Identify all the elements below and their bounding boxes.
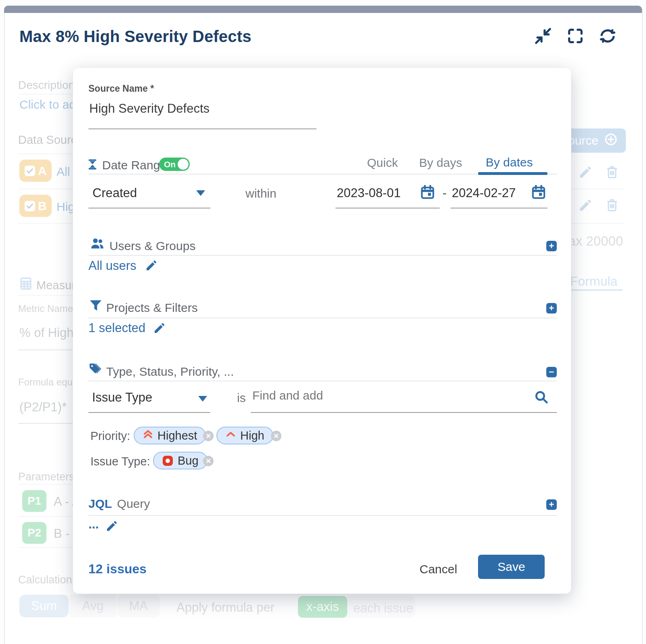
edit-pencil-icon[interactable] <box>153 322 166 336</box>
formula-label: Formula equa <box>18 377 78 388</box>
filter-chip-bug[interactable]: Bug <box>153 452 208 469</box>
issues-count[interactable]: 12 issues <box>88 562 147 577</box>
app-screen: Max 8% High Severity Defects Description… <box>0 0 646 644</box>
data-source-edit-modal: Source Name * Date Range On Quick By day… <box>73 67 571 594</box>
priority-high-icon <box>225 429 236 442</box>
calc-option-ma[interactable]: MA <box>117 595 160 617</box>
toggle-knob <box>178 159 189 170</box>
date-field-select[interactable]: Created <box>92 186 137 200</box>
date-separator: - <box>443 186 447 200</box>
date-from-value[interactable]: 2023-08-01 <box>337 186 401 200</box>
checkbox-checked-icon[interactable] <box>25 166 35 176</box>
within-label: within <box>245 187 277 200</box>
remove-chip-icon[interactable]: ✕ <box>271 431 281 441</box>
users-groups-value[interactable]: All users <box>88 259 136 273</box>
toggle-state-label: On <box>164 160 176 169</box>
formula-value[interactable]: (P2/P1)* <box>19 400 67 415</box>
date-range-label: Date Range <box>102 158 167 172</box>
priority-highest-icon <box>143 429 153 442</box>
calendar-icon[interactable] <box>419 184 436 202</box>
operator-label: is <box>237 391 246 405</box>
parameters-label: Parameters <box>18 471 75 483</box>
users-groups-label: Users & Groups <box>109 239 195 253</box>
date-to-value[interactable]: 2024-02-27 <box>452 186 516 200</box>
calendar-icon[interactable] <box>531 184 547 202</box>
parameter-chip-p2: P2 <box>22 522 46 544</box>
calc-option-avg[interactable]: Avg <box>69 595 116 617</box>
tab-quick[interactable]: Quick <box>367 156 398 170</box>
calculator-icon <box>19 276 33 293</box>
hourglass-icon <box>86 157 99 174</box>
users-groups-add-button[interactable]: + <box>546 241 557 251</box>
active-tab-underline <box>478 172 547 175</box>
edit-pencil-icon[interactable] <box>145 259 158 274</box>
users-groups-icon <box>89 236 105 253</box>
filter-chip-high[interactable]: High <box>216 427 273 444</box>
source-name-label: Source Name * <box>88 83 154 94</box>
chip-label: High <box>240 429 264 442</box>
jql-value[interactable]: ... <box>88 517 99 532</box>
filter-funnel-icon <box>88 298 103 314</box>
apply-option-each-issue[interactable]: each issue <box>353 601 413 616</box>
projects-filters-add-button[interactable]: + <box>546 303 557 314</box>
metric-name-label: Metric Name <box>18 303 73 314</box>
issue-field-select[interactable]: Issue Type <box>92 390 152 405</box>
filter-row-label: Priority: <box>90 429 130 443</box>
source-letter: B <box>38 199 47 213</box>
source-letter: A <box>38 164 47 178</box>
formula-tab[interactable]: Formula <box>570 274 617 289</box>
bug-issue-type-icon <box>162 455 174 467</box>
type-status-collapse-button[interactable]: − <box>546 367 557 377</box>
remove-chip-icon[interactable]: ✕ <box>203 456 214 466</box>
delete-trash-icon[interactable] <box>605 198 619 214</box>
type-status-priority-label: Type, Status, Priority, ... <box>106 365 234 379</box>
apply-option-xaxis[interactable]: x-axis <box>298 596 347 618</box>
jql-add-button[interactable]: + <box>546 499 557 510</box>
apply-formula-label: Apply formula per <box>176 600 275 615</box>
chevron-down-icon[interactable] <box>198 396 207 402</box>
search-icon[interactable] <box>533 389 550 407</box>
source-chip-a[interactable]: A <box>19 160 52 182</box>
projects-filters-value[interactable]: 1 selected <box>88 321 145 335</box>
calculation-label: Calculation <box>18 574 72 586</box>
edit-pencil-icon[interactable] <box>105 520 118 534</box>
projects-filters-label: Projects & Filters <box>106 301 198 315</box>
tab-by-days[interactable]: By days <box>419 156 462 170</box>
delete-trash-icon[interactable] <box>605 165 619 181</box>
parameter-chip-p1: P1 <box>22 490 46 512</box>
filter-row-label: Issue Type: <box>90 455 150 468</box>
date-range-toggle[interactable]: On <box>159 158 190 171</box>
chip-label: Highest <box>157 429 197 442</box>
description-label: Description <box>18 79 75 92</box>
source-name-input[interactable] <box>88 101 316 116</box>
source-chip-b[interactable]: B <box>19 195 52 217</box>
calc-option-sum[interactable]: Sum <box>19 595 69 617</box>
tag-icon <box>88 362 103 378</box>
source-name[interactable]: All <box>57 165 70 179</box>
jql-query-label: JQL Query <box>88 497 150 511</box>
plus-circle-icon <box>604 133 618 149</box>
find-and-add-input[interactable] <box>252 388 512 403</box>
remove-chip-icon[interactable]: ✕ <box>203 431 214 441</box>
chevron-down-icon[interactable] <box>196 190 205 196</box>
chip-label: Bug <box>178 454 199 467</box>
checkbox-checked-icon[interactable] <box>25 201 35 211</box>
tab-by-dates[interactable]: By dates <box>486 156 533 169</box>
cancel-button[interactable]: Cancel <box>419 562 457 576</box>
metric-name-value[interactable]: % of High <box>19 326 73 340</box>
edit-pencil-icon[interactable] <box>578 198 593 214</box>
filter-chip-highest[interactable]: Highest <box>134 427 206 444</box>
edit-pencil-icon[interactable] <box>578 165 593 181</box>
save-button[interactable]: Save <box>478 555 545 579</box>
